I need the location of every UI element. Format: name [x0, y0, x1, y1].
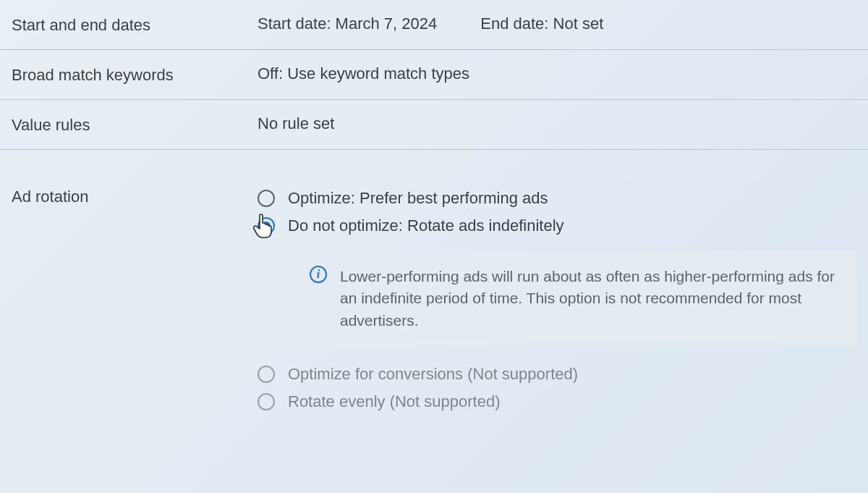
radio-optimize-conversions: Optimize for conversions (Not supported) [258, 362, 856, 387]
radio-icon-disabled [258, 366, 275, 383]
radio-label-optimize: Optimize: Prefer best performing ads [288, 189, 548, 208]
radio-icon-selected [258, 217, 275, 235]
radio-label-no-optimize: Do not optimize: Rotate ads indefinitely [288, 216, 564, 235]
ad-rotation-radio-group: Optimize: Prefer best performing ads Do … [258, 186, 856, 414]
label-broad-match: Broad match keywords [12, 64, 258, 85]
info-box: i Lower-performing ads will run about as… [292, 251, 856, 346]
radio-optimize[interactable]: Optimize: Prefer best performing ads [258, 186, 856, 211]
radio-label-conversions: Optimize for conversions (Not supported) [288, 365, 578, 384]
row-start-end-dates[interactable]: Start and end dates Start date: March 7,… [0, 0, 868, 50]
value-value-rules: No rule set [258, 114, 856, 133]
radio-icon [258, 190, 275, 207]
info-icon: i [310, 266, 327, 283]
radio-label-evenly: Rotate evenly (Not supported) [288, 392, 501, 411]
label-ad-rotation: Ad rotation [12, 186, 258, 206]
row-value-rules[interactable]: Value rules No rule set [0, 100, 868, 150]
label-start-end-dates: Start and end dates [12, 14, 258, 35]
value-broad-match: Off: Use keyword match types [258, 64, 856, 83]
label-value-rules: Value rules [12, 114, 258, 135]
info-text: Lower-performing ads will run about as o… [340, 266, 839, 332]
radio-do-not-optimize[interactable]: Do not optimize: Rotate ads indefinitely [258, 214, 856, 238]
radio-icon-disabled [258, 393, 275, 410]
value-end-date: End date: Not set [480, 14, 603, 33]
value-start-date: Start date: March 7, 2024 [258, 14, 437, 33]
row-ad-rotation: Ad rotation Optimize: Prefer best perfor… [0, 172, 868, 429]
radio-rotate-evenly: Rotate evenly (Not supported) [258, 389, 856, 414]
row-broad-match[interactable]: Broad match keywords Off: Use keyword ma… [0, 50, 868, 100]
